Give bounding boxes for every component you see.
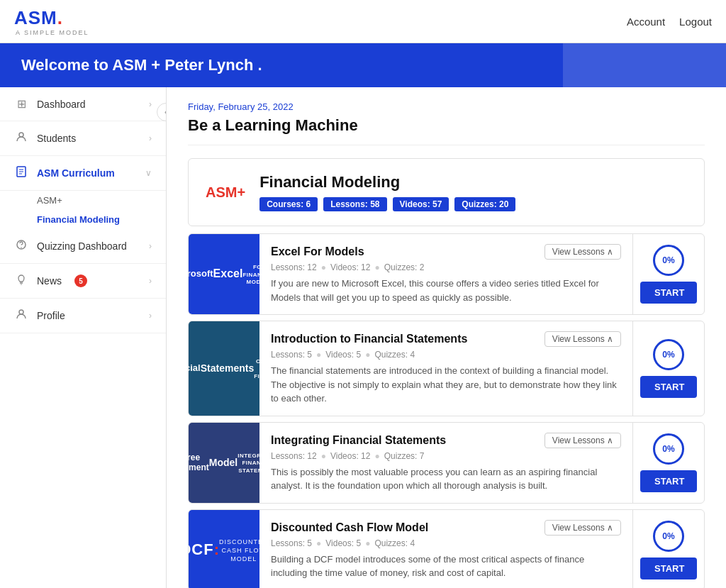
course-desc: Building a DCF model introduces some of … bbox=[271, 553, 621, 580]
sidebar-item-quizzing[interactable]: Quizzing Dashboard › bbox=[0, 229, 166, 264]
sidebar-label-students: Students bbox=[37, 133, 76, 144]
course-meta: Lessons: 12 ● Videos: 12 ● Quizzes: 7 bbox=[271, 451, 621, 461]
logo-text: ASM bbox=[14, 7, 57, 29]
view-lessons-button[interactable]: View Lessons ∧ bbox=[544, 520, 621, 536]
fm-logo: ASM+ bbox=[206, 184, 245, 201]
course-card-integrating-financial-statements: Three StatementModelINTEGRATING FINANCIA… bbox=[188, 422, 705, 504]
course-thumb: MicrosoftExcelFOR FINANCIAL MODELS bbox=[189, 234, 259, 314]
dashboard-icon: ⊞ bbox=[14, 97, 28, 111]
course-card-excel-for-models: MicrosoftExcelFOR FINANCIAL MODELS Excel… bbox=[188, 233, 705, 315]
quizzing-icon bbox=[14, 239, 28, 253]
progress-circle: 0% bbox=[653, 521, 684, 552]
course-content: Introduction to Financial Statements Vie… bbox=[259, 321, 633, 416]
sidebar-item-asm-curriculum[interactable]: ASM Curriculum ∨ bbox=[0, 156, 166, 191]
progress-circle: 0% bbox=[653, 433, 684, 465]
course-meta: Lessons: 5 ● Videos: 5 ● Quizzes: 4 bbox=[271, 350, 621, 360]
news-badge: 5 bbox=[74, 274, 87, 287]
course-desc: The financial statements are introduced … bbox=[271, 364, 621, 406]
course-thumb: DCF:DISCOUNTED CASH FLOW MODEL bbox=[189, 510, 259, 589]
course-action: 0% START bbox=[633, 234, 704, 314]
course-action: 0% START bbox=[633, 423, 704, 503]
start-button[interactable]: START bbox=[640, 558, 697, 579]
badge-courses: Courses: 6 bbox=[259, 197, 318, 211]
fm-badges: Courses: 6 Lessons: 58 Videos: 57 Quizze… bbox=[259, 197, 515, 211]
chevron-down-icon: ∨ bbox=[145, 168, 152, 178]
svg-point-3 bbox=[21, 247, 22, 248]
chevron-right-icon: › bbox=[149, 311, 152, 321]
course-title: Introduction to Financial Statements bbox=[271, 333, 467, 345]
account-link[interactable]: Account bbox=[627, 16, 665, 28]
logout-link[interactable]: Logout bbox=[679, 16, 712, 28]
sidebar-sub-curriculum: ASM+ Financial Modeling bbox=[0, 191, 166, 229]
sidebar-item-students[interactable]: Students › bbox=[0, 121, 166, 156]
chevron-right-icon: › bbox=[149, 99, 152, 109]
logo: ASM . A SIMPLE MODEL bbox=[14, 7, 89, 36]
badge-quizzes: Quizzes: 20 bbox=[454, 197, 515, 211]
content-title: Be a Learning Machine bbox=[188, 116, 705, 145]
course-content: Integrating Financial Statements View Le… bbox=[259, 423, 633, 503]
fm-header-card: ASM+ Financial Modeling Courses: 6 Lesso… bbox=[188, 158, 705, 226]
fm-title: Financial Modeling bbox=[259, 173, 515, 192]
news-icon bbox=[14, 274, 28, 288]
sidebar-label-profile: Profile bbox=[37, 310, 65, 321]
start-button[interactable]: START bbox=[640, 470, 697, 492]
course-content: Discounted Cash Flow Model View Lessons … bbox=[259, 510, 633, 589]
course-card-intro-financial-statements: FinancialStatementsIN THE CONTEXT OF A F… bbox=[188, 321, 705, 416]
sidebar-label-news: News bbox=[37, 275, 62, 287]
view-lessons-button[interactable]: View Lessons ∧ bbox=[544, 433, 621, 448]
course-meta: Lessons: 12 ● Videos: 12 ● Quizzes: 2 bbox=[271, 262, 621, 272]
course-card-dcf-model: DCF:DISCOUNTED CASH FLOW MODEL Discounte… bbox=[188, 509, 705, 589]
content-date: Friday, February 25, 2022 bbox=[188, 101, 705, 112]
top-nav: ASM . A SIMPLE MODEL Account Logout bbox=[0, 0, 726, 43]
logo-sub: A SIMPLE MODEL bbox=[16, 29, 89, 36]
start-button[interactable]: START bbox=[640, 376, 697, 398]
sidebar-sub-item-financial-modeling[interactable]: Financial Modeling bbox=[37, 210, 166, 229]
course-content: Excel For Models View Lessons ∧ Lessons:… bbox=[259, 234, 633, 314]
content-area: Friday, February 25, 2022 Be a Learning … bbox=[167, 87, 726, 588]
course-action: 0% START bbox=[633, 321, 704, 416]
sidebar-item-profile[interactable]: Profile › bbox=[0, 299, 166, 333]
main-layout: ‹ ⊞ Dashboard › Students › bbox=[0, 87, 726, 588]
chevron-right-icon: › bbox=[149, 276, 152, 286]
progress-circle: 0% bbox=[653, 245, 684, 276]
course-desc: If you are new to Microsoft Excel, this … bbox=[271, 277, 621, 304]
progress-circle: 0% bbox=[653, 339, 684, 370]
sidebar-sub-item-asm-plus[interactable]: ASM+ bbox=[37, 191, 166, 210]
chevron-right-icon: › bbox=[149, 133, 152, 143]
chevron-right-icon: › bbox=[149, 241, 152, 251]
course-list: MicrosoftExcelFOR FINANCIAL MODELS Excel… bbox=[188, 233, 705, 588]
course-thumb: Three StatementModelINTEGRATING FINANCIA… bbox=[189, 423, 259, 503]
course-meta: Lessons: 5 ● Videos: 5 ● Quizzes: 4 bbox=[271, 538, 621, 548]
sidebar-label-dashboard: Dashboard bbox=[37, 99, 86, 110]
course-title: Discounted Cash Flow Model bbox=[271, 521, 428, 534]
top-nav-links: Account Logout bbox=[627, 16, 712, 28]
svg-point-0 bbox=[19, 133, 23, 137]
profile-icon bbox=[14, 309, 28, 323]
sidebar-label-asm-curriculum: ASM Curriculum bbox=[37, 167, 115, 179]
course-desc: This is possibly the most valuable proce… bbox=[271, 465, 621, 493]
welcome-banner: Welcome to ASM + Peter Lynch . bbox=[0, 43, 726, 87]
fm-info: Financial Modeling Courses: 6 Lessons: 5… bbox=[259, 173, 515, 211]
badge-lessons: Lessons: 58 bbox=[323, 197, 386, 211]
view-lessons-button[interactable]: View Lessons ∧ bbox=[544, 331, 621, 347]
logo-dot: . bbox=[57, 7, 62, 29]
badge-videos: Videos: 57 bbox=[393, 197, 449, 211]
welcome-text: Welcome to ASM + Peter Lynch . bbox=[21, 56, 262, 74]
sidebar-item-dashboard[interactable]: ⊞ Dashboard › bbox=[0, 87, 166, 121]
students-icon bbox=[14, 131, 28, 145]
view-lessons-button[interactable]: View Lessons ∧ bbox=[544, 244, 621, 260]
curriculum-icon bbox=[14, 166, 28, 180]
course-action: 0% START bbox=[633, 510, 704, 589]
course-title: Integrating Financial Statements bbox=[271, 434, 446, 447]
course-thumb: FinancialStatementsIN THE CONTEXT OF A F… bbox=[189, 321, 259, 416]
sidebar-item-news[interactable]: News 5 › bbox=[0, 264, 166, 299]
start-button[interactable]: START bbox=[640, 282, 697, 304]
svg-point-4 bbox=[19, 310, 23, 314]
sidebar-label-quizzing: Quizzing Dashboard bbox=[37, 240, 127, 252]
course-title: Excel For Models bbox=[271, 245, 364, 258]
sidebar: ‹ ⊞ Dashboard › Students › bbox=[0, 87, 167, 588]
